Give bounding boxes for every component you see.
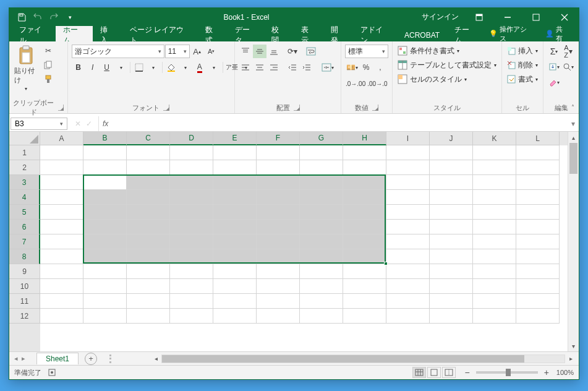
cell-I12[interactable] bbox=[386, 309, 430, 324]
font-color-button[interactable]: A bbox=[193, 61, 207, 74]
increase-font-button[interactable]: A▴ bbox=[190, 45, 204, 58]
clear-button[interactable]: ▾ bbox=[547, 75, 561, 89]
cell-L5[interactable] bbox=[516, 205, 560, 220]
cell-A8[interactable] bbox=[40, 249, 83, 264]
enter-icon[interactable]: ✓ bbox=[86, 119, 92, 128]
col-header-E[interactable]: E bbox=[213, 132, 257, 145]
orientation-button[interactable]: ⟳▾ bbox=[286, 45, 299, 58]
tab-page-layout[interactable]: ページ レイアウト bbox=[122, 26, 198, 41]
cell-G10[interactable] bbox=[300, 279, 343, 294]
cell-B2[interactable] bbox=[83, 160, 127, 175]
cell-L4[interactable] bbox=[516, 190, 560, 205]
dialog-launcher-icon[interactable] bbox=[372, 105, 378, 111]
cell-B5[interactable] bbox=[83, 205, 127, 220]
number-format-combo[interactable]: 標準▾ bbox=[345, 45, 388, 58]
cell-E6[interactable] bbox=[213, 220, 257, 234]
cell-I7[interactable] bbox=[386, 234, 430, 249]
cell-B6[interactable] bbox=[83, 220, 127, 234]
row-header-8[interactable]: 8 bbox=[9, 249, 40, 264]
find-button[interactable]: ▾ bbox=[561, 60, 575, 74]
border-dropdown[interactable]: ▾ bbox=[147, 61, 160, 74]
vertical-scrollbar[interactable]: ▴ ▾ bbox=[568, 132, 579, 351]
cell-G7[interactable] bbox=[300, 234, 343, 249]
tab-home[interactable]: ホーム bbox=[56, 26, 93, 41]
cell-G1[interactable] bbox=[300, 145, 343, 160]
cell-K3[interactable] bbox=[473, 175, 516, 190]
cell-E3[interactable] bbox=[213, 175, 257, 190]
cell-F3[interactable] bbox=[257, 175, 300, 190]
minimize-icon[interactable] bbox=[493, 8, 522, 26]
row-header-3[interactable]: 3 bbox=[9, 175, 40, 190]
cell-I6[interactable] bbox=[386, 220, 430, 234]
cell-J1[interactable] bbox=[430, 145, 473, 160]
row-header-4[interactable]: 4 bbox=[9, 190, 40, 205]
qat-dropdown-icon[interactable]: ▾ bbox=[62, 10, 77, 25]
cell-E12[interactable] bbox=[213, 309, 257, 324]
cell-E9[interactable] bbox=[213, 264, 257, 279]
cell-J10[interactable] bbox=[430, 279, 473, 294]
cell-D10[interactable] bbox=[170, 279, 213, 294]
redo-icon[interactable] bbox=[46, 10, 61, 25]
row-header-10[interactable]: 10 bbox=[9, 279, 40, 294]
row-header-5[interactable]: 5 bbox=[9, 205, 40, 220]
wrap-text-button[interactable] bbox=[304, 45, 318, 58]
cell-C6[interactable] bbox=[127, 220, 170, 234]
tell-me[interactable]: 💡操作アシス bbox=[484, 25, 538, 43]
align-bottom-button[interactable] bbox=[267, 45, 281, 58]
cell-I10[interactable] bbox=[386, 279, 430, 294]
col-header-J[interactable]: J bbox=[430, 132, 473, 145]
cell-F2[interactable] bbox=[257, 160, 300, 175]
cell-A9[interactable] bbox=[40, 264, 83, 279]
col-header-L[interactable]: L bbox=[516, 132, 560, 145]
cell-F9[interactable] bbox=[257, 264, 300, 279]
border-button[interactable] bbox=[132, 61, 146, 74]
cell-H6[interactable] bbox=[343, 220, 386, 234]
fill-color-dropdown[interactable]: ▾ bbox=[179, 61, 192, 74]
cell-H2[interactable] bbox=[343, 160, 386, 175]
cell-B7[interactable] bbox=[83, 234, 127, 249]
cell-D11[interactable] bbox=[170, 294, 213, 309]
col-header-K[interactable]: K bbox=[473, 132, 516, 145]
cell-F4[interactable] bbox=[257, 190, 300, 205]
row-header-9[interactable]: 9 bbox=[9, 264, 40, 279]
tab-file[interactable]: ファイル bbox=[12, 26, 56, 41]
page-break-view-button[interactable] bbox=[442, 367, 456, 378]
cell-B1[interactable] bbox=[83, 145, 127, 160]
zoom-knob[interactable] bbox=[506, 369, 511, 376]
cell-F11[interactable] bbox=[257, 294, 300, 309]
cell-G5[interactable] bbox=[300, 205, 343, 220]
collapse-ribbon-icon[interactable]: ˄ bbox=[568, 102, 577, 112]
row-header-11[interactable]: 11 bbox=[9, 294, 40, 309]
cell-I3[interactable] bbox=[386, 175, 430, 190]
cell-A4[interactable] bbox=[40, 190, 83, 205]
cell-D6[interactable] bbox=[170, 220, 213, 234]
align-center-button[interactable] bbox=[253, 61, 266, 74]
cell-L3[interactable] bbox=[516, 175, 560, 190]
cell-L12[interactable] bbox=[516, 309, 560, 324]
cell-D7[interactable] bbox=[170, 234, 213, 249]
col-header-C[interactable]: C bbox=[127, 132, 170, 145]
cell-G4[interactable] bbox=[300, 190, 343, 205]
cell-K2[interactable] bbox=[473, 160, 516, 175]
align-left-button[interactable] bbox=[239, 61, 252, 74]
comma-button[interactable]: , bbox=[373, 61, 387, 74]
cell-G9[interactable] bbox=[300, 264, 343, 279]
zoom-in-button[interactable]: + bbox=[542, 367, 552, 377]
increase-indent-button[interactable] bbox=[300, 61, 313, 74]
tab-acrobat[interactable]: ACROBAT bbox=[397, 26, 447, 41]
decrease-font-button[interactable]: A▾ bbox=[205, 45, 218, 58]
col-header-F[interactable]: F bbox=[257, 132, 300, 145]
cell-A6[interactable] bbox=[40, 220, 83, 234]
cell-G3[interactable] bbox=[300, 175, 343, 190]
tab-addins[interactable]: アドイン bbox=[353, 26, 397, 41]
cell-H8[interactable] bbox=[343, 249, 386, 264]
cell-L7[interactable] bbox=[516, 234, 560, 249]
cell-A10[interactable] bbox=[40, 279, 83, 294]
cell-K11[interactable] bbox=[473, 294, 516, 309]
cell-D5[interactable] bbox=[170, 205, 213, 220]
cell-I2[interactable] bbox=[386, 160, 430, 175]
cell-D8[interactable] bbox=[170, 249, 213, 264]
row-header-6[interactable]: 6 bbox=[9, 220, 40, 234]
cell-C12[interactable] bbox=[127, 309, 170, 324]
cell-J6[interactable] bbox=[430, 220, 473, 234]
